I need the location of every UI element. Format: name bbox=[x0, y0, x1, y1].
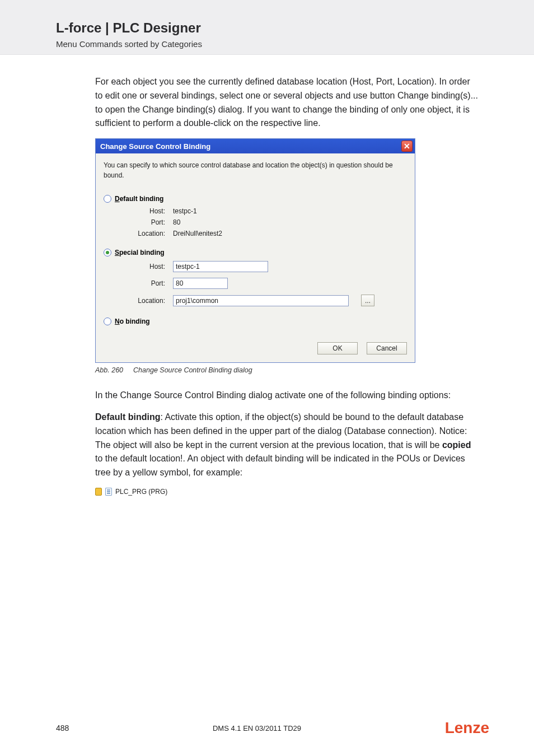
radio-no-binding-label: No binding bbox=[115, 318, 150, 325]
yellow-binding-icon bbox=[95, 488, 102, 496]
lenze-logo: Lenze bbox=[445, 719, 489, 737]
intro-paragraph: For each object you see the currently de… bbox=[95, 75, 478, 130]
radio-no-binding-row[interactable]: No binding bbox=[96, 318, 407, 325]
default-location-value: DreiNull\enitest2 bbox=[173, 230, 222, 237]
default-port-label: Port: bbox=[125, 218, 173, 226]
radio-special-binding-row[interactable]: Special binding bbox=[104, 249, 407, 256]
special-port-label: Port: bbox=[125, 279, 173, 287]
special-port-input[interactable] bbox=[173, 278, 228, 289]
close-button[interactable]: ✕ bbox=[401, 141, 413, 152]
default-host-value: testpc-1 bbox=[173, 207, 197, 215]
dialog-title: Change Source Control Binding bbox=[100, 142, 210, 151]
radio-default-label: Default binding bbox=[115, 195, 163, 203]
special-location-input[interactable] bbox=[173, 295, 349, 306]
ok-button[interactable]: OK bbox=[317, 342, 358, 354]
para-options-intro: In the Change Source Control Binding dia… bbox=[95, 389, 478, 403]
doc-subtitle: Menu Commands sorted by Categories bbox=[56, 39, 489, 49]
default-port-value: 80 bbox=[173, 218, 180, 226]
radio-default-binding-row[interactable]: Default binding bbox=[104, 195, 407, 203]
default-location-label: Location: bbox=[125, 230, 173, 237]
para-default-binding: Default binding: Activate this option, i… bbox=[95, 410, 478, 480]
radio-special-binding[interactable] bbox=[104, 249, 111, 256]
special-host-label: Host: bbox=[125, 263, 173, 270]
radio-no-binding[interactable] bbox=[104, 318, 111, 325]
browse-location-button[interactable]: ... bbox=[361, 295, 374, 306]
page-header: L-force | PLC Designer Menu Commands sor… bbox=[0, 0, 534, 55]
page-number: 488 bbox=[56, 724, 69, 732]
doc-title: L-force | PLC Designer bbox=[56, 20, 489, 36]
cancel-button[interactable]: Cancel bbox=[367, 342, 407, 354]
icon-example: PLC_PRG (PRG) bbox=[95, 488, 478, 496]
radio-default-binding[interactable] bbox=[104, 195, 111, 203]
icon-example-text: PLC_PRG (PRG) bbox=[115, 488, 167, 496]
change-binding-dialog: Change Source Control Binding ✕ You can … bbox=[95, 138, 415, 363]
document-id: DMS 4.1 EN 03/2011 TD29 bbox=[213, 724, 301, 732]
page-footer: 488 DMS 4.1 EN 03/2011 TD29 Lenze bbox=[0, 719, 534, 737]
special-location-label: Location: bbox=[125, 297, 173, 305]
special-host-input[interactable] bbox=[173, 261, 268, 272]
radio-special-label: Special binding bbox=[115, 249, 165, 256]
dialog-titlebar[interactable]: Change Source Control Binding ✕ bbox=[96, 139, 415, 153]
dialog-description: You can specify to which source control … bbox=[104, 160, 407, 180]
figure-caption: Abb. 260Change Source Control Binding di… bbox=[95, 366, 478, 374]
document-icon bbox=[105, 488, 112, 496]
default-host-label: Host: bbox=[125, 207, 173, 215]
close-icon: ✕ bbox=[404, 142, 410, 151]
